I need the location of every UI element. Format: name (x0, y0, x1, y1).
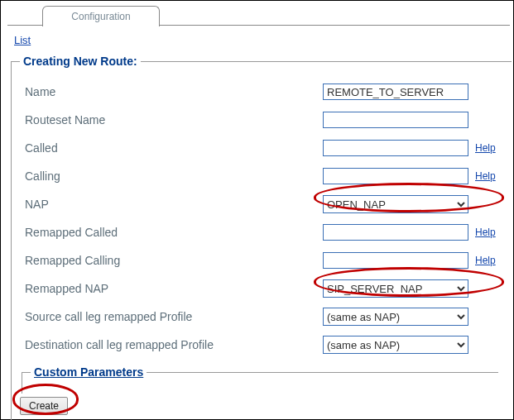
label-name: Name (20, 85, 323, 98)
row-src-profile: Source call leg remapped Profile (same a… (20, 303, 503, 331)
label-remapped-called: Remapped Called (20, 226, 323, 239)
label-calling: Calling (20, 169, 323, 183)
custom-parameters-fieldset: Custom Parameters (22, 365, 498, 394)
row-routeset-name: Routeset Name (20, 106, 503, 134)
row-calling: Calling Help (20, 162, 503, 190)
remapped-called-input[interactable] (323, 224, 468, 241)
calling-input[interactable] (323, 168, 468, 184)
label-called: Called (20, 141, 323, 155)
row-dst-profile: Destination call leg remapped Profile (s… (20, 331, 503, 359)
row-remapped-called: Remapped Called Help (20, 218, 503, 246)
help-link-remapped-called[interactable]: Help (475, 227, 496, 238)
label-routeset-name: Routeset Name (20, 113, 323, 126)
name-input[interactable] (323, 84, 468, 100)
label-nap: NAP (20, 198, 323, 211)
route-fieldset: Creating New Route: Name Routeset Name C… (11, 55, 512, 420)
list-link[interactable]: List (14, 34, 31, 46)
called-input[interactable] (323, 140, 468, 156)
remapped-nap-select[interactable]: SIP_SERVER_NAP (323, 279, 468, 298)
row-nap: NAP OPEN_NAP (20, 190, 503, 218)
help-link-called[interactable]: Help (475, 142, 496, 154)
fieldset-legend: Creating New Route: (20, 55, 141, 68)
help-link-remapped-calling[interactable]: Help (475, 255, 496, 266)
dst-profile-select[interactable]: (same as NAP) (323, 336, 468, 354)
row-remapped-nap: Remapped NAP SIP_SERVER_NAP (20, 274, 503, 303)
row-called: Called Help (20, 134, 503, 162)
label-remapped-nap: Remapped NAP (20, 282, 323, 295)
row-name: Name (20, 78, 503, 106)
src-profile-select[interactable]: (same as NAP) (323, 308, 468, 326)
help-link-calling[interactable]: Help (475, 170, 496, 182)
remapped-calling-input[interactable] (323, 252, 468, 269)
nap-select[interactable]: OPEN_NAP (323, 195, 468, 213)
tab-configuration[interactable]: Configuration (42, 6, 160, 26)
row-remapped-calling: Remapped Calling Help (20, 246, 503, 274)
label-remapped-calling: Remapped Calling (20, 254, 323, 267)
custom-parameters-legend: Custom Parameters (31, 365, 147, 379)
create-button[interactable]: Create (20, 397, 68, 415)
label-src-profile: Source call leg remapped Profile (20, 310, 323, 323)
routeset-name-input[interactable] (323, 112, 468, 128)
label-dst-profile: Destination call leg remapped Profile (20, 338, 323, 351)
